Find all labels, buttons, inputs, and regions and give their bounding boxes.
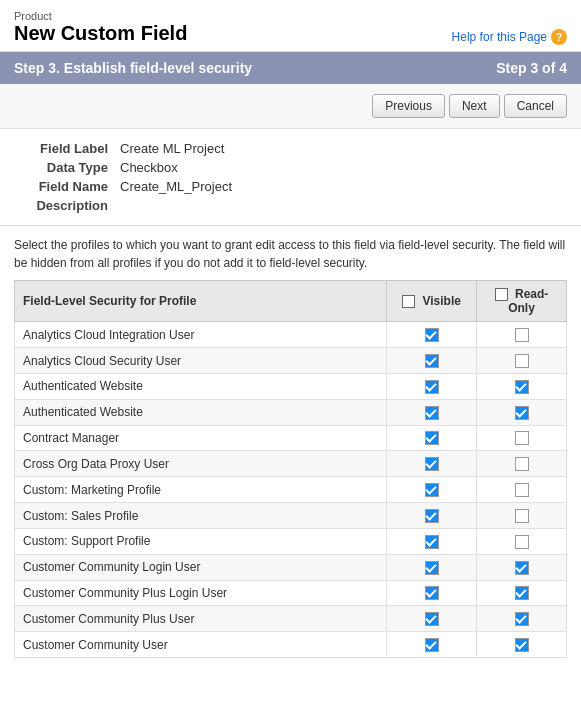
- readonly-checkbox[interactable]: [515, 586, 529, 600]
- readonly-checkbox[interactable]: [515, 561, 529, 575]
- table-row: Custom: Support Profile: [15, 528, 567, 554]
- description-text: Select the profiles to which you want to…: [0, 226, 581, 280]
- visible-cell: [387, 580, 477, 606]
- table-row: Authenticated Website: [15, 399, 567, 425]
- product-label: Product: [14, 10, 187, 22]
- visible-checkbox[interactable]: [425, 406, 439, 420]
- profile-name: Custom: Support Profile: [15, 528, 387, 554]
- page-header-right: Help for this Page ?: [452, 29, 567, 45]
- col-profile-header: Field-Level Security for Profile: [15, 281, 387, 322]
- data-type-key: Data Type: [14, 158, 114, 177]
- profile-name: Customer Community Plus Login User: [15, 580, 387, 606]
- col-readonly-label: Read-Only: [508, 287, 548, 315]
- readonly-checkbox[interactable]: [515, 638, 529, 652]
- visible-cell: [387, 528, 477, 554]
- table-header-row: Field-Level Security for Profile Visible…: [15, 281, 567, 322]
- description-row: Description: [14, 196, 238, 215]
- table-row: Customer Community Login User: [15, 554, 567, 580]
- visible-checkbox[interactable]: [425, 561, 439, 575]
- profile-name: Analytics Cloud Security User: [15, 348, 387, 374]
- visible-checkbox[interactable]: [425, 612, 439, 626]
- visible-cell: [387, 606, 477, 632]
- readonly-cell: [477, 451, 567, 477]
- readonly-header-checkbox[interactable]: [495, 288, 508, 301]
- readonly-checkbox[interactable]: [515, 535, 529, 549]
- help-link[interactable]: Help for this Page ?: [452, 29, 567, 45]
- visible-checkbox[interactable]: [425, 586, 439, 600]
- visible-checkbox[interactable]: [425, 638, 439, 652]
- readonly-checkbox[interactable]: [515, 509, 529, 523]
- profile-name: Authenticated Website: [15, 399, 387, 425]
- readonly-cell: [477, 632, 567, 658]
- table-row: Customer Community Plus Login User: [15, 580, 567, 606]
- profile-name: Contract Manager: [15, 425, 387, 451]
- col-readonly-header: Read-Only: [477, 281, 567, 322]
- readonly-checkbox[interactable]: [515, 457, 529, 471]
- table-row: Contract Manager: [15, 425, 567, 451]
- readonly-checkbox[interactable]: [515, 354, 529, 368]
- profile-name: Authenticated Website: [15, 373, 387, 399]
- readonly-checkbox[interactable]: [515, 406, 529, 420]
- col-visible-header: Visible: [387, 281, 477, 322]
- field-info: Field Label Create ML Project Data Type …: [0, 129, 581, 226]
- visible-cell: [387, 322, 477, 348]
- step-indicator: Step 3 of 4: [496, 60, 567, 76]
- readonly-cell: [477, 399, 567, 425]
- profile-name: Customer Community Plus User: [15, 606, 387, 632]
- visible-cell: [387, 451, 477, 477]
- visible-checkbox[interactable]: [425, 431, 439, 445]
- readonly-cell: [477, 348, 567, 374]
- page-header-left: Product New Custom Field: [14, 10, 187, 45]
- table-row: Analytics Cloud Integration User: [15, 322, 567, 348]
- security-table: Field-Level Security for Profile Visible…: [14, 280, 567, 658]
- next-button[interactable]: Next: [449, 94, 500, 118]
- readonly-cell: [477, 580, 567, 606]
- readonly-cell: [477, 554, 567, 580]
- field-label-value: Create ML Project: [114, 139, 238, 158]
- visible-checkbox[interactable]: [425, 354, 439, 368]
- visible-cell: [387, 425, 477, 451]
- profile-name: Customer Community Login User: [15, 554, 387, 580]
- table-row: Analytics Cloud Security User: [15, 348, 567, 374]
- visible-checkbox[interactable]: [425, 457, 439, 471]
- previous-button[interactable]: Previous: [372, 94, 445, 118]
- col-visible-label: Visible: [422, 294, 460, 308]
- profile-name: Analytics Cloud Integration User: [15, 322, 387, 348]
- profile-name: Cross Org Data Proxy User: [15, 451, 387, 477]
- visible-checkbox[interactable]: [425, 483, 439, 497]
- visible-checkbox[interactable]: [425, 328, 439, 342]
- field-label-key: Field Label: [14, 139, 114, 158]
- readonly-cell: [477, 477, 567, 503]
- profile-name: Customer Community User: [15, 632, 387, 658]
- table-row: Custom: Marketing Profile: [15, 477, 567, 503]
- visible-checkbox[interactable]: [425, 380, 439, 394]
- visible-cell: [387, 632, 477, 658]
- field-info-table: Field Label Create ML Project Data Type …: [14, 139, 238, 215]
- visible-header-checkbox[interactable]: [402, 295, 415, 308]
- table-row: Customer Community Plus User: [15, 606, 567, 632]
- help-link-text: Help for this Page: [452, 30, 547, 44]
- visible-checkbox[interactable]: [425, 535, 439, 549]
- visible-cell: [387, 399, 477, 425]
- page-title: New Custom Field: [14, 22, 187, 45]
- readonly-checkbox[interactable]: [515, 612, 529, 626]
- readonly-checkbox[interactable]: [515, 483, 529, 497]
- field-name-value: Create_ML_Project: [114, 177, 238, 196]
- visible-checkbox[interactable]: [425, 509, 439, 523]
- table-body: Analytics Cloud Integration UserAnalytic…: [15, 322, 567, 658]
- description-key: Description: [14, 196, 114, 215]
- cancel-button[interactable]: Cancel: [504, 94, 567, 118]
- field-label-row: Field Label Create ML Project: [14, 139, 238, 158]
- readonly-cell: [477, 425, 567, 451]
- profile-name: Custom: Sales Profile: [15, 503, 387, 529]
- visible-cell: [387, 348, 477, 374]
- readonly-cell: [477, 503, 567, 529]
- readonly-checkbox[interactable]: [515, 328, 529, 342]
- step-header: Step 3. Establish field-level security S…: [0, 52, 581, 84]
- table-row: Custom: Sales Profile: [15, 503, 567, 529]
- table-row: Cross Org Data Proxy User: [15, 451, 567, 477]
- readonly-checkbox[interactable]: [515, 431, 529, 445]
- security-table-wrapper: Field-Level Security for Profile Visible…: [0, 280, 581, 658]
- readonly-checkbox[interactable]: [515, 380, 529, 394]
- step-title: Step 3. Establish field-level security: [14, 60, 252, 76]
